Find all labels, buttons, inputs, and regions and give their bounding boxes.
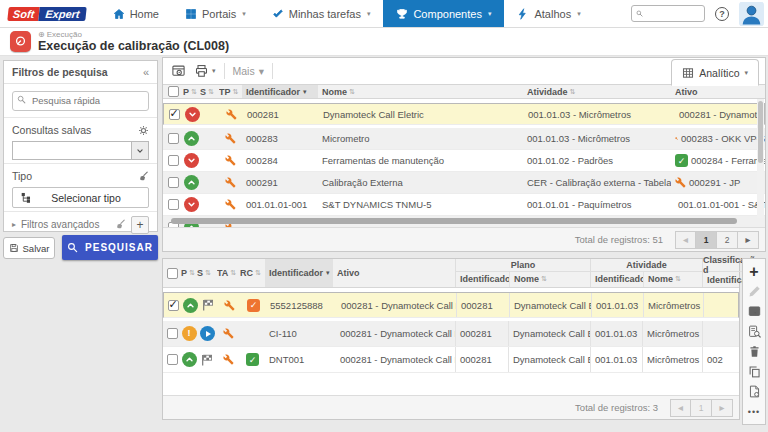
table-row[interactable]: 000284 Ferramentas de manutenção 001.01.…	[163, 150, 765, 172]
sort-desc-icon: ▾	[303, 88, 307, 96]
col-plano-nome[interactable]: Nome⇅	[509, 272, 591, 287]
col-atividade[interactable]: Atividade⇅	[523, 85, 671, 98]
row-checkbox[interactable]	[168, 199, 179, 210]
global-search[interactable]	[631, 5, 705, 22]
cell-ativo: 000281 - Dynamoteck Call Eletric	[672, 104, 764, 124]
cell-ativo: 000283 - OKK VP-5	[671, 128, 765, 149]
table-icon	[682, 67, 694, 79]
global-search-input[interactable]	[646, 9, 700, 19]
prev-page-button[interactable]: ◄	[675, 231, 696, 249]
user-avatar[interactable]	[739, 2, 764, 26]
col-ativo[interactable]: Ativo	[671, 85, 765, 98]
view-record-icon	[171, 64, 186, 78]
clear-filter-icon[interactable]	[138, 171, 149, 182]
page-button[interactable]: 1	[696, 231, 717, 249]
col-p[interactable]: P⇅	[183, 85, 200, 98]
breadcrumb: ⊕Execução	[38, 31, 229, 39]
copy-button[interactable]	[747, 364, 762, 379]
table-row[interactable]: 000291 Calibração Externa CER - Calibraç…	[163, 172, 765, 194]
table-row[interactable]: 000283 Micrometro 001.01.03 - Micrômetro…	[163, 128, 765, 150]
col-nome[interactable]: Nome⇅	[318, 85, 523, 98]
col-p[interactable]: P⇅	[181, 259, 197, 287]
search-button[interactable]: PESQUISAR	[62, 235, 158, 260]
page-button[interactable]: 2	[717, 231, 738, 249]
table-row[interactable]: 000281 Dynamoteck Call Eletric 001.01.03…	[163, 103, 765, 125]
cell-atividade: 001.01.03 - Micrômetros	[524, 104, 672, 124]
cell-nome: Ferramentas de manutenção	[318, 150, 523, 171]
save-button[interactable]: Salvar	[3, 237, 55, 259]
help-icon[interactable]: ?	[715, 7, 729, 21]
view-record-button[interactable]	[747, 304, 762, 319]
col-s[interactable]: S⇅	[200, 85, 219, 98]
floppy-icon	[9, 243, 19, 253]
cell-atividade-nome: Micrômetros	[643, 293, 703, 317]
more-options-button[interactable]: •••	[747, 404, 762, 419]
nav-portais[interactable]: Portais▾	[172, 0, 259, 27]
table-row[interactable]: ✓ DNT001 000281 - Dynamoteck Call Eletri…	[163, 347, 739, 373]
more-menu-button[interactable]: Mais▾	[233, 65, 264, 77]
document-button[interactable]	[747, 384, 762, 399]
printer-icon	[194, 64, 209, 78]
row-checkbox[interactable]	[168, 177, 179, 188]
view-mode-tab[interactable]: Analítico ▾	[671, 59, 759, 86]
priority-up-icon	[183, 298, 198, 313]
cell-atividade-nome: Micrômetros	[642, 321, 702, 346]
row-checkbox[interactable]	[168, 133, 179, 144]
col-atividade-nome[interactable]: Nome⇅	[643, 272, 703, 287]
add-filter-button[interactable]: +	[131, 216, 149, 234]
select-type-button[interactable]: Selecionar tipo	[12, 187, 149, 208]
col-tp[interactable]: TP⇅	[219, 85, 242, 98]
table-row[interactable]: 001.01.01-001 S&T DYNAMICS TNMU-5 001.01…	[163, 194, 765, 216]
nav-minhas-tarefas[interactable]: Minhas tarefas▾	[259, 0, 384, 27]
nav-home[interactable]: Home	[100, 0, 172, 27]
add-button[interactable]: +	[747, 264, 762, 279]
col-plano-identificador[interactable]: Identificador⇅	[456, 272, 509, 287]
col-ativo[interactable]: Ativo	[333, 259, 455, 287]
nav-componentes[interactable]: Componentes▾	[383, 0, 504, 27]
tasks-check-icon	[272, 8, 284, 20]
col-identificador[interactable]: Identificador▾	[265, 259, 333, 287]
col-rc[interactable]: RC⇅	[240, 259, 265, 287]
print-button[interactable]: ▾	[194, 64, 216, 78]
table-row[interactable]: ! CI-110 000281 - Dynamoteck Call Eletri…	[163, 321, 739, 347]
priority-down-icon	[184, 153, 199, 168]
edit-button[interactable]	[747, 284, 762, 299]
col-atividade-identificador[interactable]: Identificador⇅	[591, 272, 643, 287]
in-progress-play-icon	[200, 326, 215, 341]
horizontal-scrollbar[interactable]	[171, 218, 737, 224]
view-record-button[interactable]	[171, 64, 186, 78]
chevron-down-icon: ▾	[367, 10, 371, 18]
col-identificador[interactable]: Identificador▾	[242, 85, 318, 98]
cell-identificador: 001.01.01-001	[242, 194, 318, 215]
row-checkbox[interactable]	[168, 300, 179, 311]
advanced-filters-toggle[interactable]: ▸ Filtros avançados +	[4, 212, 157, 237]
priority-up-icon	[184, 131, 199, 146]
page-button[interactable]: 1	[691, 399, 712, 417]
collapse-sidebar-icon[interactable]: «	[143, 66, 149, 78]
softexpert-logo[interactable]: Soft Expert	[7, 7, 86, 21]
clear-filter-icon[interactable]	[115, 219, 126, 230]
delete-button[interactable]	[747, 344, 762, 359]
row-checkbox[interactable]	[169, 109, 180, 120]
quick-search-input[interactable]	[12, 91, 149, 111]
gear-icon[interactable]	[138, 125, 149, 136]
search-record-button[interactable]	[747, 324, 762, 339]
cell-nome: Dynamoteck Call Eletric	[319, 104, 524, 124]
chevron-down-icon[interactable]	[131, 142, 148, 159]
col-ta[interactable]: TA⇅	[217, 259, 240, 287]
logo-soft: Soft	[7, 7, 40, 21]
select-all-checkbox[interactable]	[167, 268, 178, 279]
vertical-scrollbar[interactable]	[757, 99, 764, 218]
col-s[interactable]: S⇅	[197, 259, 217, 287]
next-page-button[interactable]: ►	[712, 399, 733, 417]
table-row[interactable]: ✓ 5552125888 000281 - Dynamoteck Call El…	[163, 292, 739, 318]
nav-atalhos[interactable]: Atalhos▾	[504, 0, 593, 27]
portals-grid-icon	[185, 8, 197, 20]
prev-page-button[interactable]: ◄	[670, 399, 691, 417]
select-all-checkbox[interactable]	[168, 86, 179, 97]
saved-queries-select[interactable]	[12, 141, 149, 160]
row-checkbox[interactable]	[168, 155, 179, 166]
next-page-button[interactable]: ►	[738, 231, 759, 249]
row-checkbox[interactable]	[167, 328, 178, 339]
row-checkbox[interactable]	[167, 354, 178, 365]
